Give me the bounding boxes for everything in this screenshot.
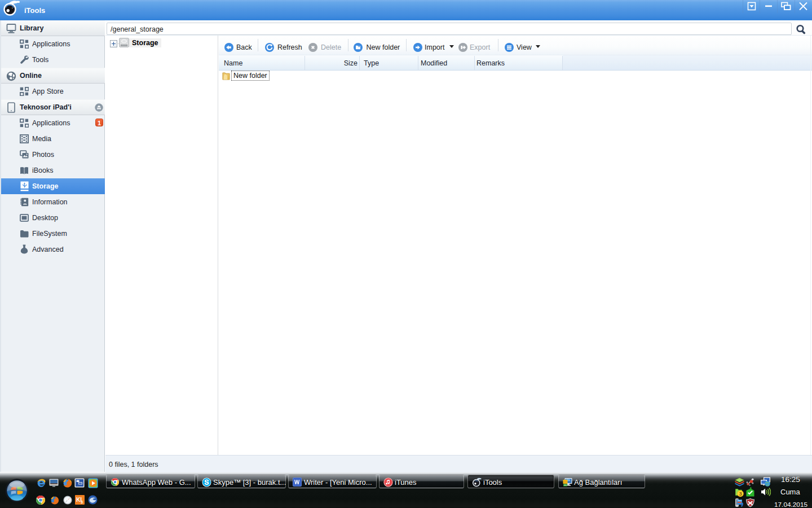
svg-text:3: 3	[739, 491, 742, 497]
svg-text:3: 3	[81, 500, 83, 504]
